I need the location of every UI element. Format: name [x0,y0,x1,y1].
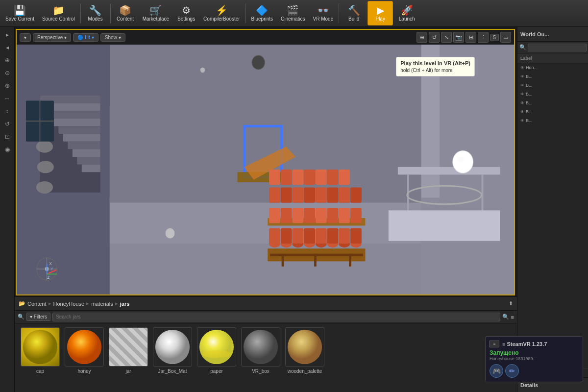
wo-eye-5: 👁 [520,110,524,114]
wo-item-4[interactable]: 👁 B... [517,98,588,107]
svg-rect-52 [350,228,362,244]
search-input[interactable] [52,313,500,321]
modes-button[interactable]: 🔧 Modes [83,1,108,25]
asset-thumb-jar-box-mat [153,327,192,367]
wo-item-1[interactable]: 👁 B... [517,72,588,81]
sidebar-icon-9[interactable]: ⊡ [1,131,13,143]
cinematics-button[interactable]: 🎬 Cinematics [277,1,308,25]
settings-button[interactable]: ⚙ Settings [173,1,199,25]
wo-item-2[interactable]: 👁 B... [517,81,588,90]
sidebar-icon-5[interactable]: ⊕ [1,80,13,92]
sidebar-icon-1[interactable]: ▸ [1,29,13,41]
viewport-grid-icon[interactable]: ⊞ [466,32,476,43]
sidebar-icon-7[interactable]: ↕ [1,105,13,117]
steamvr-controller-btn[interactable]: 🎮 [490,364,503,378]
svg-rect-35 [349,254,351,267]
sidebar-icon-8[interactable]: ↺ [1,118,13,130]
viewport-rotate-icon[interactable]: ↺ [429,32,440,43]
wo-item-3[interactable]: 👁 B... [517,90,588,98]
content-search-icon[interactable]: 🔍 [502,314,509,320]
svg-rect-34 [314,254,317,267]
asset-cap[interactable]: cap [21,327,60,374]
viewport-num[interactable]: 5 [490,34,499,41]
asset-honey[interactable]: honey [65,327,104,374]
sidebar-icon-2[interactable]: ◂ [1,42,13,53]
asset-jar-box-mat[interactable]: Jar_Box_Mat [153,327,192,374]
svg-point-94 [23,330,57,364]
toolbar-separator-2 [110,3,111,23]
svg-rect-11 [63,134,100,142]
content-button[interactable]: 📦 Content [113,1,138,25]
save-button[interactable]: 💾 Save Current [2,1,38,25]
save-content-icon[interactable]: ⬆ [509,300,513,307]
show-button[interactable]: Show ▾ [100,33,125,42]
breadcrumb-materials[interactable]: materials [91,301,113,307]
sidebar-icon-6[interactable]: ↔ [1,93,13,104]
build-button[interactable]: 🔨 Build [341,1,367,25]
asset-thumb-wooden-palette [285,327,324,367]
svg-point-97 [199,330,234,364]
breadcrumb-honeyhouse[interactable]: HoneyHouse [53,301,85,307]
wo-item-5[interactable]: 👁 B... [517,107,588,116]
marketplace-icon: 🛒 [149,5,162,15]
wo-eye-0: 👁 [520,66,524,70]
lit-button[interactable]: 🔵 Lit ▾ [73,33,98,42]
sidebar-icon-4[interactable]: ⊙ [1,67,13,79]
viewport-camera-icon[interactable]: 📷 [453,32,464,43]
viewport[interactable]: ▾ Perspective ▾ 🔵 Lit ▾ Show ▾ ⊕ ↺ ⤡ 📷 ⊞… [16,29,515,295]
wo-search-input[interactable] [528,44,587,51]
svg-text:Z: Z [48,275,50,279]
launch-button[interactable]: 🚀 Launch [394,1,419,25]
asset-label-vr-box: VR_box [252,368,270,374]
viewport-dropdown[interactable]: ▾ [20,33,31,42]
content-list-icon[interactable]: ≡ [511,314,514,320]
asset-paper[interactable]: paper [197,327,236,374]
svg-rect-65 [316,187,327,202]
wo-item-6[interactable]: 👁 B... [517,116,588,125]
vr-mode-icon: 👓 [317,5,329,15]
vr-mode-button[interactable]: 👓 VR Mode [310,1,337,25]
svg-point-100 [288,330,322,364]
breadcrumb-jars[interactable]: jars [120,301,130,307]
svg-rect-51 [339,228,350,244]
asset-label-jar-box-mat: Jar_Box_Mat [158,368,187,374]
viewport-right-buttons: ⊕ ↺ ⤡ 📷 ⊞ ⋮ 5 ▭ [416,32,511,43]
svg-rect-75 [339,170,350,185]
svg-rect-14 [77,157,100,165]
blueprints-button[interactable]: 🔷 Blueprints [248,1,276,25]
asset-vr-box[interactable]: VR_box [241,327,280,374]
viewport-translate-icon[interactable]: ⊕ [416,32,427,43]
asset-thumb-paper [197,327,236,367]
svg-point-95 [67,330,101,364]
play-button[interactable]: ▶ Play [368,1,393,25]
world-outliner-header: World Ou... [517,27,588,42]
modes-icon: 🔧 [89,5,101,15]
svg-rect-13 [73,149,100,157]
marketplace-button[interactable]: 🛒 Marketplace [139,1,172,25]
filters-button[interactable]: ▾ Filters [26,313,50,321]
sidebar-icon-3[interactable]: ⊕ [1,54,13,66]
viewport-mesh-icon[interactable]: ⋮ [478,32,489,43]
svg-point-26 [252,55,265,70]
source-control-button[interactable]: 📁 Source Control [39,1,78,25]
wo-item-0[interactable]: 👁 Hon... [517,63,588,72]
svg-rect-66 [327,187,339,202]
svg-rect-70 [281,170,292,185]
svg-rect-56 [304,208,315,223]
svg-point-83 [166,228,175,239]
wo-eye-1: 👁 [520,74,524,79]
sidebar-icon-10[interactable]: ◉ [1,144,13,155]
viewport-scale-icon[interactable]: ⤡ [441,32,452,43]
breadcrumb-content[interactable]: Content [27,301,47,307]
asset-jar[interactable]: jar [109,327,148,374]
svg-point-17 [37,161,54,173]
steamvr-status: Запущено [490,349,579,356]
svg-point-80 [453,150,473,173]
svg-text:Y: Y [50,267,53,271]
asset-wooden-palette[interactable]: wooden_palette [285,327,324,374]
compiler-booster-button[interactable]: ⚡ CompilerBooster [200,1,243,25]
steamvr-pencil-btn[interactable]: ✏ [505,364,519,378]
svg-rect-57 [316,208,327,223]
perspective-button[interactable]: Perspective ▾ [33,33,71,42]
viewport-minimize-icon[interactable]: ▭ [500,32,511,43]
